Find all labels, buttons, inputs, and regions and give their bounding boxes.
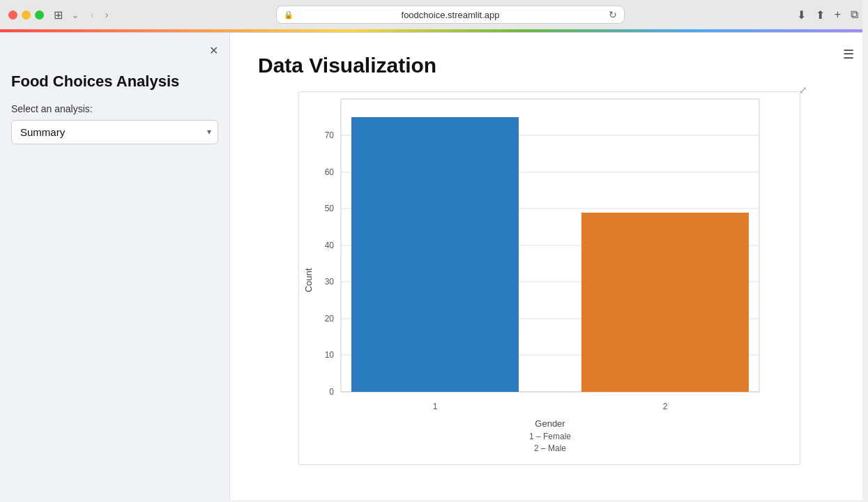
gradient-bar [0, 29, 868, 32]
svg-text:10: 10 [324, 350, 334, 360]
analysis-select-wrapper: Summary Gender Distribution Food Prefere… [11, 120, 218, 144]
traffic-lights [8, 10, 44, 20]
lock-icon: 🔒 [284, 10, 294, 20]
svg-text:2 – Male: 2 – Male [533, 443, 565, 453]
svg-text:Count: Count [303, 268, 314, 292]
expand-icon[interactable]: ⤢ [799, 84, 807, 96]
svg-text:1 – Female: 1 – Female [528, 432, 570, 441]
svg-text:2: 2 [662, 402, 667, 411]
close-button[interactable] [8, 10, 17, 20]
browser-actions: ⬇ ⬆ + ⧉ [795, 7, 860, 23]
share-icon[interactable]: ⬆ [814, 7, 826, 23]
chart-container: ⤢ Count 0 10 20 [298, 91, 800, 465]
select-label: Select an analysis: [11, 103, 218, 114]
sidebar-toggle-icon[interactable]: ⊞ [54, 8, 63, 22]
sidebar-close-button[interactable]: ✕ [209, 44, 218, 57]
svg-text:60: 60 [324, 167, 334, 177]
svg-text:30: 30 [324, 277, 334, 287]
app-layout: ✕ Food Choices Analysis Select an analys… [0, 33, 868, 500]
svg-text:0: 0 [329, 387, 334, 397]
hamburger-menu-button[interactable]: ☰ [843, 47, 854, 62]
scrollbar[interactable] [862, 0, 868, 502]
svg-text:50: 50 [324, 204, 334, 213]
forward-button[interactable]: › [102, 8, 112, 22]
analysis-select[interactable]: Summary Gender Distribution Food Prefere… [11, 120, 218, 144]
nav-chevron-down-icon[interactable]: ⌄ [68, 8, 82, 22]
new-tab-icon[interactable]: + [833, 7, 842, 22]
main-content: ☰ Data Visualization ⤢ Count 0 [230, 33, 868, 500]
address-bar[interactable]: 🔒 foodchoice.streamlit.app ↻ [276, 6, 625, 24]
minimize-button[interactable] [22, 10, 31, 20]
reload-button[interactable]: ↻ [609, 9, 617, 20]
sidebar-title: Food Choices Analysis [11, 72, 218, 92]
bar-gender-1 [351, 117, 519, 392]
maximize-button[interactable] [35, 10, 44, 20]
tab-overview-icon[interactable]: ⧉ [849, 7, 860, 22]
svg-text:Gender: Gender [535, 418, 565, 429]
chart-svg: Count 0 10 20 30 [298, 91, 800, 465]
url-text: foodchoice.streamlit.app [296, 10, 604, 20]
back-button[interactable]: ‹ [88, 8, 97, 22]
svg-text:70: 70 [324, 130, 334, 140]
svg-text:40: 40 [324, 241, 334, 250]
bar-gender-2 [581, 213, 749, 392]
page-title: Data Visualization [258, 54, 840, 77]
browser-chrome: ⊞ ⌄ ‹ › 🔒 foodchoice.streamlit.app ↻ ⬇ ⬆… [0, 0, 868, 33]
sidebar: ✕ Food Choices Analysis Select an analys… [0, 33, 230, 500]
svg-text:1: 1 [432, 402, 437, 411]
svg-text:20: 20 [324, 314, 334, 324]
download-icon[interactable]: ⬇ [795, 7, 807, 23]
